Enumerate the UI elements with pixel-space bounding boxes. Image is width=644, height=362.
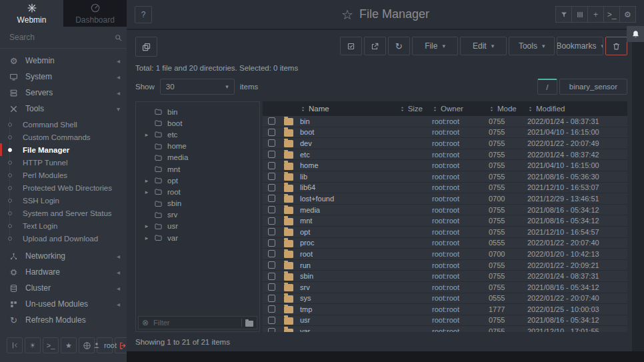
table-row[interactable]: varroot:root07552021/12/10 - 17:01:55 bbox=[263, 326, 627, 332]
tree-item-bin[interactable]: bin bbox=[138, 106, 257, 117]
sidebar-item-refresh-modules[interactable]: ↻Refresh Modules bbox=[0, 312, 127, 328]
tree-item-opt[interactable]: ▸opt bbox=[138, 175, 257, 186]
table-row[interactable]: sysroot:root05552022/01/22 - 20:07:40 bbox=[263, 293, 627, 305]
sidebar-item-tools[interactable]: Tools▾ bbox=[0, 101, 127, 117]
search-input[interactable] bbox=[8, 32, 114, 43]
table-row[interactable]: devroot:root07552022/01/22 - 20:07:49 bbox=[263, 138, 627, 149]
page-size-select[interactable]: 30 ▾ bbox=[160, 79, 235, 95]
tree-item-srv[interactable]: srv bbox=[138, 209, 257, 221]
column-header-owner[interactable]: Owner bbox=[432, 105, 489, 113]
row-checkbox[interactable] bbox=[268, 151, 275, 158]
sidebar-item-http-tunnel[interactable]: HTTP Tunnel bbox=[0, 156, 127, 169]
tree-item-root[interactable]: ▸root bbox=[138, 186, 257, 197]
sidebar-item-perl-modules[interactable]: Perl Modules bbox=[0, 169, 127, 181]
table-row[interactable]: lib64root:root07552021/12/10 - 16:53:07 bbox=[263, 183, 627, 194]
terminal-button[interactable]: >_ bbox=[603, 6, 620, 23]
table-row[interactable]: binroot:root07552022/01/24 - 08:37:31 bbox=[263, 116, 627, 127]
row-checkbox[interactable] bbox=[268, 283, 275, 291]
table-row[interactable]: rootroot:root07002022/01/20 - 10:42:13 bbox=[263, 249, 627, 260]
collapse-button[interactable] bbox=[7, 337, 23, 353]
star-button[interactable]: ★ bbox=[61, 337, 77, 353]
row-checkbox[interactable] bbox=[268, 162, 275, 169]
sidebar-item-system[interactable]: System◂ bbox=[0, 69, 127, 85]
sidebar-item-cluster[interactable]: Cluster◂ bbox=[0, 280, 127, 296]
plus-button[interactable]: + bbox=[587, 6, 604, 23]
trash-button[interactable] bbox=[605, 37, 627, 55]
tree-item-home[interactable]: home bbox=[138, 141, 257, 152]
sidebar-item-upload-and-download[interactable]: Upload and Download bbox=[0, 232, 127, 245]
terminal-button[interactable]: >_ bbox=[43, 337, 59, 353]
tab-dashboard[interactable]: Dashboard bbox=[63, 0, 127, 27]
filter-button[interactable] bbox=[555, 6, 572, 23]
table-row[interactable]: usrroot:root07552021/08/16 - 05:34:12 bbox=[263, 315, 627, 327]
columns-button[interactable] bbox=[571, 6, 588, 23]
row-checkbox[interactable] bbox=[268, 129, 275, 136]
tree-filter-input[interactable] bbox=[152, 318, 238, 327]
row-checkbox[interactable] bbox=[268, 184, 275, 191]
column-header-mode[interactable]: Mode bbox=[489, 105, 527, 113]
export-button[interactable] bbox=[364, 37, 386, 55]
sidebar-item-system-and-server-status[interactable]: System and Server Status bbox=[0, 207, 127, 219]
sidebar-item-file-manager[interactable]: File Manager bbox=[0, 143, 127, 156]
tree-item-media[interactable]: media bbox=[138, 152, 257, 163]
row-checkbox[interactable] bbox=[268, 195, 275, 202]
sidebar-item-webmin[interactable]: ⚙Webmin◂ bbox=[0, 53, 127, 69]
table-row[interactable]: tmproot:root17772022/01/25 - 10:00:03 bbox=[263, 304, 627, 315]
tree-item-var[interactable]: ▸var bbox=[138, 232, 257, 243]
column-header-modified[interactable]: Modified bbox=[527, 105, 627, 113]
row-checkbox[interactable] bbox=[268, 173, 275, 180]
filter-folder-icon[interactable] bbox=[245, 321, 253, 327]
menu-tools-button[interactable]: Tools▾ bbox=[509, 37, 555, 55]
sidebar-item-networking[interactable]: Networking◂ bbox=[0, 248, 127, 264]
sidebar-item-custom-commands[interactable]: Custom Commands bbox=[0, 131, 127, 143]
menu-file-button[interactable]: File▾ bbox=[412, 37, 459, 55]
table-row[interactable]: libroot:root07552021/08/16 - 05:36:30 bbox=[263, 171, 627, 183]
tree-item-etc[interactable]: ▸etc bbox=[138, 129, 257, 140]
table-row[interactable]: etcroot:root07552022/01/24 - 08:37:42 bbox=[263, 149, 627, 161]
gear-button[interactable]: ⚙ bbox=[619, 6, 636, 23]
table-row[interactable]: bootroot:root07552021/04/10 - 16:15:00 bbox=[263, 127, 627, 139]
clear-filter-icon[interactable]: ⊗ bbox=[142, 319, 149, 327]
breadcrumb-root-button[interactable]: / bbox=[537, 79, 557, 95]
help-button[interactable]: ? bbox=[135, 6, 152, 23]
row-checkbox[interactable] bbox=[268, 239, 275, 247]
tree-item-sbin[interactable]: sbin bbox=[138, 198, 257, 209]
sidebar-item-command-shell[interactable]: Command Shell bbox=[0, 118, 127, 131]
tab-webmin[interactable]: Webmin bbox=[0, 0, 63, 27]
row-checkbox[interactable] bbox=[268, 139, 275, 147]
table-row[interactable]: procroot:root05552022/01/22 - 20:07:40 bbox=[263, 238, 627, 249]
user-button[interactable]: root bbox=[97, 337, 113, 353]
table-row[interactable]: srvroot:root07552021/08/16 - 05:34:12 bbox=[263, 282, 627, 293]
column-header-name[interactable]: Name bbox=[300, 105, 369, 113]
row-checkbox[interactable] bbox=[268, 250, 275, 257]
table-row[interactable]: mntroot:root07552021/08/16 - 05:34:12 bbox=[263, 215, 627, 227]
expand-arrow-icon[interactable]: ▸ bbox=[144, 235, 149, 241]
sidebar-item-un-used-modules[interactable]: Un-used Modules◂ bbox=[0, 296, 127, 312]
table-row[interactable]: homeroot:root07552021/04/10 - 16:15:00 bbox=[263, 160, 627, 171]
row-checkbox[interactable] bbox=[268, 217, 275, 225]
table-row[interactable]: mediaroot:root07552021/08/16 - 05:34:12 bbox=[263, 205, 627, 216]
row-checkbox[interactable] bbox=[268, 317, 275, 324]
select-all-button[interactable] bbox=[340, 37, 362, 55]
expand-arrow-icon[interactable]: ▸ bbox=[144, 177, 149, 184]
notification-bell-button[interactable] bbox=[627, 26, 644, 42]
tree-item-boot[interactable]: boot bbox=[138, 117, 257, 129]
table-row[interactable]: optroot:root07552021/12/10 - 16:54:57 bbox=[263, 227, 627, 238]
sidebar-item-hardware[interactable]: Hardware◂ bbox=[0, 264, 127, 280]
expand-arrow-icon[interactable]: ▸ bbox=[144, 223, 149, 229]
row-checkbox[interactable] bbox=[268, 117, 275, 125]
sidebar-item-ssh-login[interactable]: SSH Login bbox=[0, 194, 127, 207]
row-checkbox[interactable] bbox=[268, 305, 275, 313]
menu-edit-button[interactable]: Edit▾ bbox=[460, 37, 507, 55]
tree-item-mnt[interactable]: mnt bbox=[138, 163, 257, 175]
row-checkbox[interactable] bbox=[268, 206, 275, 213]
refresh-button[interactable]: ↻ bbox=[388, 37, 410, 55]
menu-bookmarks-button[interactable]: Bookmarks▾ bbox=[557, 37, 603, 55]
column-header-size[interactable]: Size bbox=[369, 105, 432, 113]
breadcrumb-path-button[interactable]: binary_sensor bbox=[559, 79, 627, 95]
table-row[interactable]: runroot:root07552022/01/22 - 20:09:21 bbox=[263, 260, 627, 271]
sidebar-item-protected-web-directories[interactable]: Protected Web Directories bbox=[0, 181, 127, 194]
tree-item-usr[interactable]: ▸usr bbox=[138, 221, 257, 232]
row-checkbox[interactable] bbox=[268, 295, 275, 302]
row-checkbox[interactable] bbox=[268, 273, 275, 280]
